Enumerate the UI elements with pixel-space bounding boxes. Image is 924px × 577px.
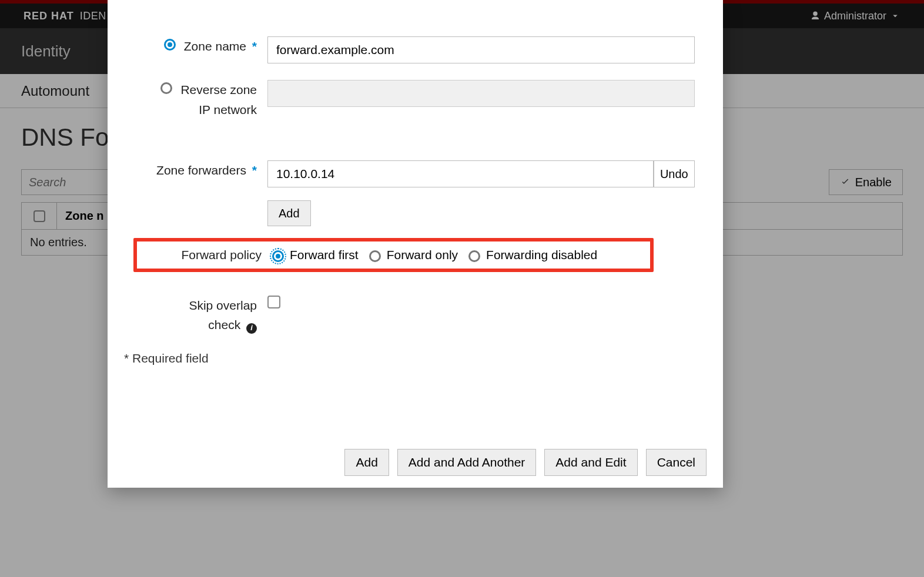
skip-overlap-label1: Skip overlap xyxy=(189,298,257,312)
modal-add-another-button[interactable]: Add and Add Another xyxy=(397,449,537,476)
forward-policy-label: Forward policy xyxy=(137,245,272,265)
forwarding-disabled-label: Forwarding disabled xyxy=(486,248,597,262)
forward-only-label: Forward only xyxy=(387,248,458,262)
modal-add-edit-button[interactable]: Add and Edit xyxy=(544,449,637,476)
required-marker: * xyxy=(249,163,257,177)
add-forwarder-button[interactable]: Add xyxy=(267,200,311,226)
zone-name-input[interactable] xyxy=(267,36,695,63)
add-zone-modal: Zone name * Reverse zone IP network Zone… xyxy=(108,0,723,488)
reverse-zone-radio[interactable] xyxy=(160,82,172,94)
required-marker: * xyxy=(249,39,257,53)
required-field-note: * Required field xyxy=(122,351,695,365)
skip-overlap-checkbox[interactable] xyxy=(267,296,280,308)
info-icon[interactable]: i xyxy=(246,323,257,334)
skip-overlap-label2: check xyxy=(208,318,240,331)
zone-forwarders-label: Zone forwarders xyxy=(156,163,246,177)
modal-add-button[interactable]: Add xyxy=(344,449,389,476)
zone-name-radio[interactable] xyxy=(164,39,176,51)
zone-forwarders-input[interactable] xyxy=(267,160,654,187)
reverse-zone-label2: IP network xyxy=(199,103,257,116)
forward-only-radio[interactable] xyxy=(369,250,381,262)
forward-policy-row-highlighted: Forward policy Forward first Forward onl… xyxy=(133,238,654,272)
reverse-zone-input-disabled xyxy=(267,80,695,107)
zone-name-label: Zone name xyxy=(184,39,246,53)
reverse-zone-label1: Reverse zone xyxy=(180,83,257,96)
modal-cancel-button[interactable]: Cancel xyxy=(646,449,707,476)
undo-button[interactable]: Undo xyxy=(654,160,695,187)
modal-footer: Add Add and Add Another Add and Edit Can… xyxy=(108,449,723,476)
forward-first-label: Forward first xyxy=(290,248,359,262)
forwarding-disabled-radio[interactable] xyxy=(468,250,480,262)
forward-first-radio[interactable] xyxy=(272,250,284,262)
